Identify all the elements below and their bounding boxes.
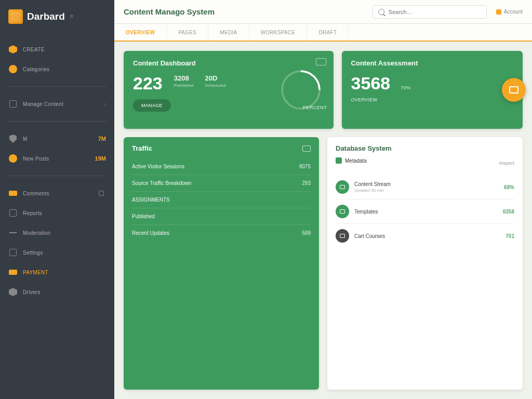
hexagon-icon [8,287,18,297]
sidebar-item-label: Drivers [23,289,106,295]
divider [7,121,107,122]
divider [7,86,107,87]
content-area: Content Dashboard 223 3208 Published 20D… [114,42,532,399]
tab-draft[interactable]: DRAFT [307,24,349,41]
sidebar-item-label: CREATE [23,47,106,52]
account-label: Account [504,9,523,15]
dash-icon [8,228,18,237]
stat-label: Published [174,83,194,88]
square-icon [336,157,342,164]
divider [7,176,107,176]
sidebar-item-label: Categories [23,66,106,72]
sidebar-item-reports[interactable]: Reports [0,203,114,223]
sidebar-item-stats-1[interactable]: M 7M [0,129,114,149]
manage-button[interactable]: MANAGE [133,99,171,112]
stat-value: 3208 [174,74,194,82]
circle-icon [8,154,18,163]
topbar: Content Manago System Account [114,0,532,24]
expand-icon[interactable] [302,145,311,152]
bullet-icon [336,229,349,243]
tab-pages[interactable]: PAGES [167,24,208,41]
circle-icon [8,64,18,74]
sidebar-item-drivers[interactable]: Drivers [0,282,114,302]
sidebar-item-comments[interactable]: Comments [0,183,114,203]
shield-icon [8,134,18,143]
sidebar-item-payment[interactable]: PAYMENT [0,262,114,282]
sidebar: Darbard ® CREATE Categories Manage Conte… [0,0,114,399]
brand: Darbard ® [0,0,114,36]
stat-badge: 19M [95,155,106,162]
stat-label: Scheduled [205,83,227,88]
panel-traffic: Traffic Active Visitor Sessions8075 Sour… [124,137,319,390]
sidebar-item-label: PAYMENT [23,270,106,275]
tab-workspace[interactable]: WORKSPACE [249,24,308,41]
sidebar-item-label: Manage Content [23,101,99,107]
sidebar-item-label: M [23,136,93,142]
square-icon [8,208,18,218]
inspect-link[interactable]: Inspect [499,161,514,166]
list-item[interactable]: Recent Updates589 [132,225,311,241]
comment-icon [8,189,18,198]
sidebar-item-categories[interactable]: Categories [0,59,114,79]
list-item[interactable]: Templates 0358 [336,200,514,224]
stat-value: 20D [205,74,227,82]
stat-big: 223 [133,74,163,92]
account-link[interactable]: Account [496,9,523,15]
panel-title: Database System [336,144,514,152]
list-item[interactable]: Published [132,208,311,225]
sidebar-item-create[interactable]: CREATE [0,39,114,59]
main: Content Manago System Account OVERVIEW P… [114,0,532,399]
sidebar-item-label: New Posts [23,156,90,162]
tab-media[interactable]: MEDIA [208,24,249,41]
account-icon [496,9,501,15]
sidebar-item-label: Settings [23,250,106,256]
search-input[interactable] [389,9,481,15]
stat-value: 70% [401,85,411,90]
tabbar: OVERVIEW PAGES MEDIA WORKSPACE DRAFT [114,24,532,42]
grid-icon [97,189,106,198]
stat-big: 3568 [351,74,391,92]
panel-subtitle: Metadata [336,157,367,164]
card-icon [8,99,18,109]
sidebar-item-manage[interactable]: Manage Content › [0,94,114,114]
trademark-icon: ® [70,14,74,19]
card-assessment: Content Assessment 3568 70% OVERVIEW [342,51,523,129]
list-item[interactable]: Content StreamUpdated 30 min 68% [336,175,514,200]
bullet-icon [336,180,349,194]
sidebar-item-label: Comments [23,191,91,196]
overview-link[interactable]: OVERVIEW [351,97,378,102]
tab-overview[interactable]: OVERVIEW [114,24,167,42]
sidebar-item-label: Reports [23,210,106,216]
square-icon [8,248,18,257]
search-icon [378,9,384,15]
sidebar-item-stats-2[interactable]: New Posts 19M [0,149,114,168]
sidebar-item-moderation[interactable]: Moderation [0,223,114,243]
stat-badge: 7M [98,136,106,142]
bullet-icon [336,205,349,218]
card-title: Content Dashboard [133,59,324,67]
list-item[interactable]: Source Traffic Breakdown293 [132,175,311,192]
sidebar-item-label: Moderation [23,230,106,236]
panel-database: Database System Metadata Inspect Content… [327,137,523,390]
fab-button[interactable] [502,78,526,102]
list-item[interactable]: Cart Courses 701 [336,224,514,248]
search-box[interactable] [373,5,487,19]
gauge-label: PERCENT [303,105,327,110]
page-title: Content Manago System [124,7,363,16]
logo-icon [8,9,23,24]
list-item[interactable]: ASSIGNMENTS [132,192,311,208]
card-dashboard: Content Dashboard 223 3208 Published 20D… [124,51,334,129]
hexagon-icon [8,45,18,54]
brand-name: Darbard [27,11,65,22]
card-icon [509,86,518,94]
card-icon [8,268,18,277]
sidebar-item-settings[interactable]: Settings [0,243,114,262]
panel-title: Traffic [132,144,152,152]
chevron-right-icon: › [104,101,106,107]
card-title: Content Assessment [351,59,513,67]
list-item[interactable]: Active Visitor Sessions8075 [132,158,311,175]
